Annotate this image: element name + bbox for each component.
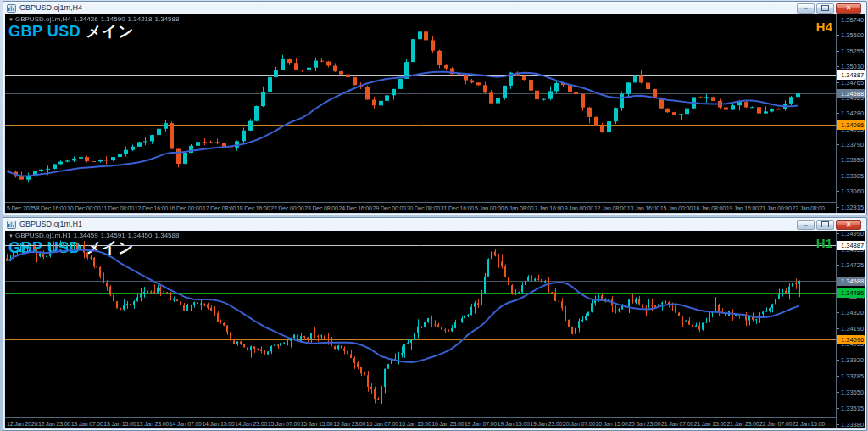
window-controls: – ✕ [797,220,863,230]
time-label: 18 Dec 16:00 [236,205,270,211]
time-label: 30 Dec 08:00 [407,205,440,211]
time-label: 15 Jan 00:00 [660,205,693,211]
price-tick: 1.34320 [837,309,864,316]
time-label: 9 Jan 00:00 [565,205,593,211]
window-title: GBPUSD.oj1m,H1 [19,218,82,231]
price-tick: 1.35500 [837,31,864,39]
minimize-icon: – [804,221,807,229]
price-tick: 1.32815 [837,204,864,211]
titlebar[interactable]: GBPUSD.oj1m,H4 – ✕ [3,2,866,14]
time-label: 16 Jan 15:00 [399,421,431,427]
time-label: 13 Jan 23:00 [136,421,169,427]
minimize-button[interactable]: – [797,3,815,14]
price-tick: 1.33060 [837,188,864,195]
price-chart-canvas[interactable] [5,14,837,202]
close-button[interactable]: ✕ [836,220,861,230]
header-high: 1.34591 [101,232,125,239]
level-price-marker: 1.34096 [837,335,865,344]
time-label: 19 Jan 15:00 [498,421,530,427]
chart-area: GBP USDメイン ▼GBPUSD.oj1m,H11.344591.34591… [5,231,865,428]
candlestick-chart[interactable] [5,231,837,417]
timeframe-badge: H1 [816,236,832,250]
close-button[interactable]: ✕ [836,3,861,14]
time-label: 23 Dec 08:00 [304,205,337,211]
time-label: 19 Jan 07:00 [465,421,497,427]
time-label: 21 Jan 15:00 [694,421,726,427]
close-icon: ✕ [846,221,852,229]
time-label: 15 Jan 15:00 [300,421,332,427]
price-tick: 1.34765 [837,79,864,87]
time-label: 5 Jan 00:00 [475,205,504,211]
header-symbol: GBPUSD.oj1m,H4 [15,15,71,23]
restore-icon [821,5,829,11]
time-label: 20 Jan 15:00 [596,421,628,427]
chart-window-icon [7,221,16,229]
price-tick: 1.34990 [837,231,864,238]
price-tick: 1.33920 [837,356,864,364]
candlestick-chart[interactable] [5,14,837,202]
chart-window-h1: GBPUSD.oj1m,H1 – ✕ GBP USDメイン ▼GBPUSD.oj… [3,217,867,431]
price-tick: 1.35255 [837,48,864,55]
restore-button[interactable] [816,220,834,230]
window-controls: – ✕ [797,3,863,14]
restore-icon [821,221,829,227]
price-tick: 1.35740 [837,16,864,24]
time-label: 13 Jan 15:00 [103,421,136,427]
minimize-icon: – [804,4,807,13]
time-axis[interactable]: 5 Dec 20258 Dec 16:0010 Dec 00:0011 Dec … [5,202,837,213]
time-label: 21 Jan 07:00 [661,421,693,427]
minimize-button[interactable]: – [797,220,815,230]
level-price-marker: 1.34096 [837,120,865,130]
time-label: 6 Jan 08:00 [504,205,533,211]
timeframe-badge: H4 [816,20,832,34]
time-label: 8 Dec 16:00 [36,205,67,211]
symbol-dropdown-icon[interactable]: ▼ [8,233,14,238]
price-tick: 1.34190 [837,325,864,333]
time-label: 22 Jan 07:00 [760,421,792,427]
time-label: 10 Dec 00:00 [67,205,100,211]
price-tick: 1.33785 [837,372,864,380]
time-label: 13 Jan 16:00 [627,205,659,211]
time-label: 7 Jan 16:00 [534,205,563,211]
header-low: 1.34450 [128,232,153,239]
time-label: 12 Jan 2026 [7,421,37,427]
time-label: 20 Jan 23:00 [628,421,660,427]
time-label: 22 Jan 15:00 [793,421,825,427]
header-low: 1.34218 [128,15,153,23]
time-label: 5 Dec 2025 [7,205,36,211]
chart-window-icon [7,4,16,13]
level-price-marker: 1.34887 [837,70,865,80]
header-high: 1.34590 [101,15,125,23]
time-label: 20 Jan 07:00 [563,421,595,427]
price-chart-canvas[interactable] [5,231,837,417]
price-scale[interactable]: 1.349901.348551.347251.345901.344551.343… [836,231,865,428]
level-price-marker: 1.34486 [837,288,865,298]
window-title: GBPUSD.oj1m,H4 [19,2,82,14]
time-label: 24 Dec 16:00 [338,205,371,211]
titlebar[interactable]: GBPUSD.oj1m,H1 – ✕ [3,218,866,231]
time-label: 19 Jan 23:00 [530,421,562,427]
terminal-workspace: { "chrome": { "minimize_glyph": "–", "cl… [0,0,868,431]
level-price-marker: 1.34887 [837,241,865,250]
header-open: 1.34426 [74,15,98,23]
time-label: 16 Jan 07:00 [366,421,398,427]
time-label: 15 Jan 07:00 [268,421,300,427]
time-label: 17 Dec 08:00 [203,205,236,211]
symbol-dropdown-icon[interactable]: ▼ [8,17,14,22]
ohlc-header: ▼GBPUSD.oj1m,H11.344591.345911.344501.34… [8,232,181,239]
time-label: 14 Jan 07:00 [170,421,202,427]
header-open: 1.34459 [74,232,98,239]
bid-price-marker: 1.34588 [837,89,865,98]
restore-button[interactable] [816,3,834,14]
header-symbol: GBPUSD.oj1m,H1 [15,232,71,239]
time-label: 15 Jan 23:00 [333,421,365,427]
time-axis[interactable]: 12 Jan 202612 Jan 23:0013 Jan 07:0013 Ja… [5,417,837,428]
time-label: 14 Jan 23:00 [235,421,267,427]
time-label: 16 Dec 00:00 [169,205,202,211]
time-label: 11 Dec 08:00 [101,205,134,211]
price-tick: 1.33305 [837,172,864,180]
time-label: 12 Jan 08:00 [594,205,626,211]
time-label: 22 Dec 00:00 [270,205,303,211]
price-scale[interactable]: 1.357401.355001.352551.350101.347651.345… [836,14,865,213]
time-label: 29 Dec 00:00 [373,205,406,211]
